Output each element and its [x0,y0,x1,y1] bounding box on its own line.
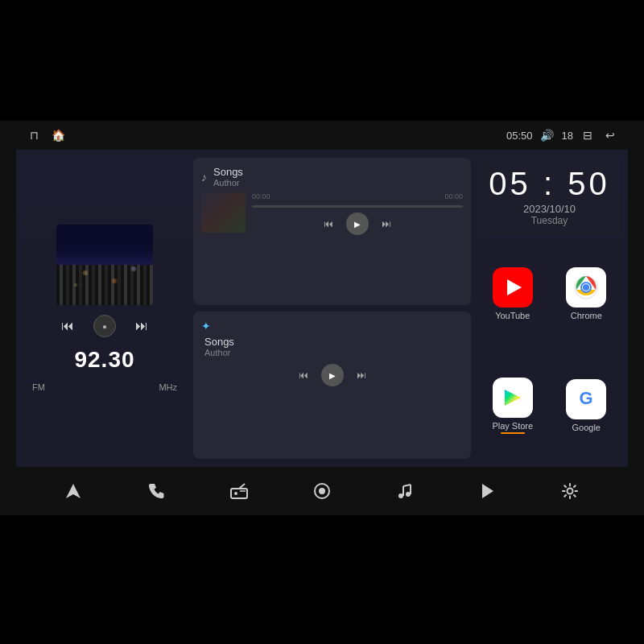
home-circle-icon [313,482,331,500]
bt-prev-button[interactable]: ⏮ [299,369,308,381]
bt-header: ✦ [201,320,463,332]
svg-line-20 [403,485,411,486]
music-note-icon: ♪ [201,171,207,184]
nav-phone[interactable] [136,471,176,511]
home-icon[interactable]: 🏠 [50,127,66,143]
prev-track-button[interactable]: ⏮ [324,218,333,229]
next-track-button[interactable]: ⏭ [382,218,391,229]
playstore-svg [498,383,527,412]
music-note-nav-icon [396,482,414,500]
chrome-label: Chrome [571,311,602,320]
nav-music[interactable] [385,471,425,511]
status-bar-right: 05:50 🔊 18 ⊟ ↩ [506,127,618,143]
fm-unit-label: MHz [159,382,177,392]
time-start: 00:00 [252,192,270,200]
device-frame: ⊓ 🏠 05:50 🔊 18 ⊟ ↩ ⏮ [0,0,644,644]
google-svg: G [572,385,601,414]
main-content: ⏮ ● ⏭ 92.30 FM MHz ♪ [16,150,628,467]
music-card-header: ♪ Songs Author [201,166,463,188]
svg-rect-10 [231,489,247,498]
clock-widget: 05 : 50 2023/10/10 Tuesday [479,158,620,236]
music-author: Author [213,178,243,188]
player-controls: ⏮ ▶ ⏭ [252,213,463,235]
youtube-play-triangle [507,279,522,295]
progress-bar[interactable] [252,205,463,208]
nav-navigation[interactable] [53,471,93,511]
screen-icon[interactable]: ⊟ [580,127,596,143]
nav-video[interactable] [468,471,508,511]
phone-icon [147,482,165,500]
navigation-icon [64,482,82,500]
playstore-icon [493,378,533,418]
time-labels: 00:00 00:00 [252,192,463,200]
city-scene-art [56,225,153,305]
fm-labels: FM MHz [24,382,185,392]
music-title: Songs [213,166,243,178]
album-art [56,225,153,305]
play-pause-button[interactable]: ▶ [346,213,369,235]
svg-marker-21 [482,484,493,498]
svg-point-4 [583,284,589,291]
nav-settings[interactable] [550,471,590,511]
svg-point-11 [234,492,237,495]
home-window-icon: ⊓ [26,127,42,143]
bottom-nav [16,467,628,515]
radio-icon [229,482,249,500]
svg-marker-9 [66,484,80,498]
prev-station-button[interactable]: ⏮ [58,316,77,336]
fm-dot-button[interactable]: ● [93,315,116,337]
volume-level: 18 [562,130,573,142]
status-bar: ⊓ 🏠 05:50 🔊 18 ⊟ ↩ [16,121,628,150]
fm-frequency-display: 92.30 [74,347,134,373]
google-icon: G [566,379,606,419]
next-station-button[interactable]: ⏭ [132,316,151,336]
bt-controls: ⏮ ▶ ⏭ [201,364,463,386]
clock-time: 05 : 50 [489,167,610,200]
youtube-icon [493,267,533,308]
music-player-right: 00:00 00:00 ⏮ ▶ ⏭ [252,192,463,235]
back-icon[interactable]: ↩ [602,127,618,143]
music-info: Songs Author [213,166,243,188]
volume-icon[interactable]: 🔊 [539,127,555,143]
fm-radio-panel: ⏮ ● ⏭ 92.30 FM MHz [24,158,185,459]
frequency-number: 92.30 [74,347,134,373]
music-player-card: ♪ Songs Author 00:00 00:00 [193,158,471,305]
google-label: Google [572,423,601,432]
playstore-label: Play Store [492,421,533,434]
clock-day: Tuesday [489,215,610,226]
center-panel: ♪ Songs Author 00:00 00:00 [193,158,471,459]
screen: ⊓ 🏠 05:50 🔊 18 ⊟ ↩ ⏮ [16,121,628,515]
svg-point-22 [568,489,573,494]
bt-song-title: Songs [204,336,463,348]
fm-controls: ⏮ ● ⏭ [24,315,185,337]
settings-icon [561,482,579,500]
app-google[interactable]: G Google [553,353,621,460]
mini-album-art [201,192,246,233]
bluetooth-icon: ✦ [201,320,211,332]
nav-radio[interactable] [219,471,259,511]
app-youtube[interactable]: YouTube [479,242,547,346]
nav-home[interactable] [302,471,342,511]
time-end: 00:00 [444,192,463,200]
app-grid: YouTube [479,242,620,459]
chrome-icon [566,267,606,308]
bt-song-author: Author [204,348,463,357]
bluetooth-player-card: ✦ Songs Author ⏮ ▶ ⏭ [193,312,471,459]
app-playstore[interactable]: Play Store [479,353,547,460]
svg-point-15 [319,488,325,494]
city-lights [56,225,153,305]
top-bezel [0,0,644,121]
svg-text:G: G [580,388,593,408]
music-card-body: 00:00 00:00 ⏮ ▶ ⏭ [201,192,463,235]
bt-play-button[interactable]: ▶ [321,364,344,386]
bt-song-info: Songs Author [204,336,463,357]
clock-date: 2023/10/10 [489,203,610,215]
video-icon [479,482,497,500]
status-bar-left: ⊓ 🏠 [26,127,66,143]
app-chrome[interactable]: Chrome [553,242,621,346]
youtube-label: YouTube [495,311,530,320]
status-time: 05:50 [506,130,533,142]
bottom-bezel [0,515,644,644]
bt-next-button[interactable]: ⏭ [357,369,366,381]
chrome-svg [572,273,601,302]
